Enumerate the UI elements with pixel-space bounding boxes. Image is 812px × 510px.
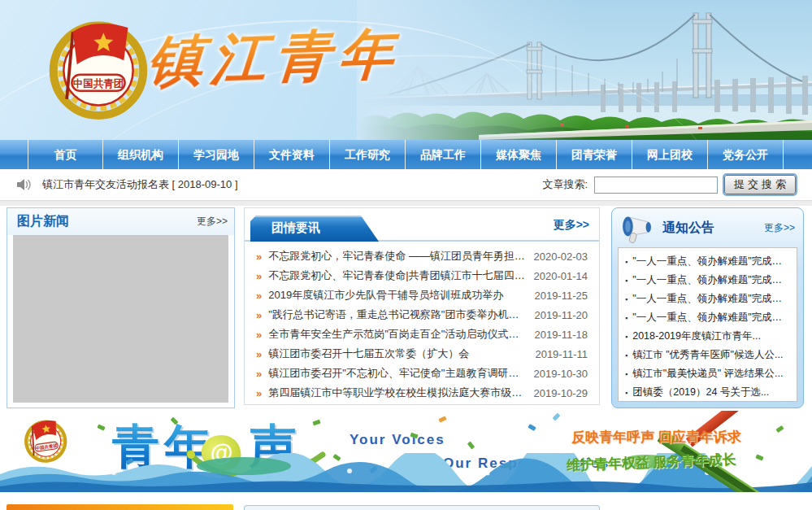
square-bullet-icon: ▪ — [625, 389, 627, 397]
article-search-input[interactable] — [594, 177, 718, 194]
nav-item-online-school[interactable]: 网上团校 — [632, 140, 708, 169]
notice-link[interactable]: "一人一重点、领办解难题"完成情... — [632, 255, 790, 268]
notice-item: ▪ "一人一重点、领办解难题"完成情... — [625, 252, 790, 271]
article-search-label: 文章搜索: — [542, 177, 588, 192]
square-bullet-icon: ▪ — [625, 258, 627, 266]
square-bullet-icon: ▪ — [625, 314, 627, 322]
news-title[interactable]: "践行总书记寄语，重走总书记视察路"团市委举办机关"... — [268, 307, 526, 322]
double-arrow-icon: » — [256, 290, 262, 302]
site-title: 镇江青年 — [145, 17, 404, 100]
double-arrow-icon: » — [256, 270, 262, 282]
news-item: » 镇江团市委召开"不忘初心、牢记使命"主题教育调研成果... 2019-10-… — [256, 364, 588, 383]
news-item: » 不忘跟党初心、牢记青春使命|共青团镇江市十七届四次全... 2020-01-… — [256, 266, 588, 286]
nav-item-brand-work[interactable]: 品牌工作 — [406, 140, 481, 169]
news-date: 2020-01-14 — [534, 270, 588, 282]
news-title[interactable]: 镇江团市委召开"不忘初心、牢记使命"主题教育调研成果... — [268, 366, 525, 381]
news-title[interactable]: 第四届镇江市中等职业学校在校生模拟法庭大赛市级决赛成... — [268, 386, 525, 400]
notice-link[interactable]: "一人一重点、领办解难题"完成情... — [632, 292, 790, 306]
news-date: 2019-11-18 — [534, 329, 588, 341]
confetti — [775, 425, 784, 433]
league-news-header: 团情要讯 更多>> — [245, 208, 599, 242]
notice-list-box: ▪ "一人一重点、领办解难题"完成情... ▪ "一人一重点、领办解难题"完成情… — [618, 247, 797, 402]
league-news-panel: 团情要讯 更多>> » 不忘跟党初心，牢记青春使命 ——镇江团员青年勇担重任..… — [244, 207, 600, 405]
nav-item-documents[interactable]: 文件资料 — [254, 140, 330, 169]
square-bullet-icon: ▪ — [625, 277, 627, 285]
nav-item-study[interactable]: 学习园地 — [179, 140, 254, 169]
notice-link[interactable]: "一人一重点、领办解难题"完成情... — [632, 311, 790, 325]
news-title[interactable]: 不忘跟党初心、牢记青春使命|共青团镇江市十七届四次全... — [268, 268, 525, 283]
megaphone-icon — [620, 214, 658, 245]
news-item: » 2019年度镇江市少先队骨干辅导员培训班成功举办 2019-11-25 — [256, 286, 588, 305]
nav-item-research[interactable]: 工作研究 — [330, 140, 406, 169]
news-date: 2019-10-29 — [534, 387, 588, 399]
ticker-headline-link[interactable]: 镇江市青年交友活动报名表 [ 2018-09-10 ] — [42, 177, 238, 192]
notice-item: ▪ 2018-2019年度镇江市青年... — [625, 327, 790, 346]
notice-link[interactable]: 镇江市 "优秀青年医师"候选人公... — [632, 348, 783, 362]
notice-list: ▪ "一人一重点、领办解难题"完成情... ▪ "一人一重点、领办解难题"完成情… — [619, 248, 797, 402]
league-news-list: » 不忘跟党初心，牢记青春使命 ——镇江团员青年勇担重任... 2020-02-… — [245, 242, 599, 403]
submit-search-button[interactable]: 提交搜索 — [724, 175, 796, 194]
double-arrow-icon: » — [256, 368, 262, 380]
double-arrow-icon: » — [256, 348, 262, 360]
notice-item: ▪ "一人一重点、领办解难题"完成情... — [625, 290, 790, 308]
notice-item: ▪ 镇江市 "优秀青年医师"候选人公... — [625, 346, 790, 364]
content-area: 图片新闻 更多>> 团情要讯 更多>> » 不忘跟党初心，牢记青春使命 ——镇江… — [0, 206, 812, 411]
league-news-more-link[interactable]: 更多>> — [554, 218, 589, 233]
square-bullet-icon: ▪ — [625, 351, 627, 360]
youth-league-emblem-icon: 中国共青团 — [42, 11, 154, 124]
double-arrow-icon: » — [256, 251, 262, 263]
youth-voice-banner[interactable]: 中国共青团 青年 @ 声 Your Voices Our Responsibil… — [0, 411, 812, 492]
photo-news-panel: 图片新闻 更多>> — [7, 207, 235, 408]
notice-panel: 通知公告 更多>> ▪ "一人一重点、领办解难题"完成情... ▪ "一人一重点… — [611, 207, 804, 408]
notice-link[interactable]: "一人一重点、领办解难题"完成情... — [632, 273, 790, 287]
voice-en-line1: Your Voices — [350, 432, 445, 448]
notice-link[interactable]: 2018-2019年度镇江市青年... — [632, 329, 761, 343]
news-item: » 不忘跟党初心，牢记青春使命 ——镇江团员青年勇担重任... 2020-02-… — [256, 246, 588, 266]
notice-item: ▪ "一人一重点、领办解难题"完成情... — [625, 308, 790, 327]
double-arrow-icon: » — [256, 309, 262, 321]
photo-news-more-link[interactable]: 更多>> — [197, 215, 228, 229]
speaker-icon — [16, 178, 33, 191]
confetti — [553, 413, 561, 421]
nav-item-media[interactable]: 媒体聚焦 — [481, 140, 557, 169]
emblem-text: 中国共青团 — [73, 78, 124, 89]
next-section-partial — [0, 492, 812, 510]
nav-item-honors[interactable]: 团青荣誉 — [557, 140, 632, 169]
news-item: » "践行总书记寄语，重走总书记视察路"团市委举办机关"... 2019-11-… — [256, 305, 588, 325]
news-date: 2019-11-25 — [534, 290, 588, 302]
section-divider — [0, 200, 812, 206]
nav-item-home[interactable]: 首页 — [28, 140, 103, 169]
notice-item: ▪ 团镇委（2019）24 号关于选... — [625, 383, 790, 402]
confetti — [312, 420, 320, 426]
slogan-orange: 反映青年呼声 回应青年诉求 — [571, 428, 741, 447]
notice-more-link[interactable]: 更多>> — [764, 221, 795, 235]
news-date: 2020-02-03 — [534, 251, 588, 263]
nav-item-organization[interactable]: 组织机构 — [103, 140, 179, 169]
news-title[interactable]: 镇江团市委召开十七届五次常委（扩大）会 — [268, 347, 527, 361]
notice-link[interactable]: 团镇委（2019）24 号关于选... — [632, 386, 769, 399]
confetti — [528, 424, 536, 431]
double-arrow-icon: » — [256, 387, 262, 399]
nav-item-party-affairs[interactable]: 党务公开 — [708, 140, 784, 169]
league-news-tab[interactable]: 团情要讯 — [250, 216, 379, 242]
confetti — [97, 424, 105, 430]
confetti — [438, 416, 446, 422]
news-item: » 第四届镇江市中等职业学校在校生模拟法庭大赛市级决赛成... 2019-10-… — [256, 383, 588, 403]
zhenjiang-youth-homepage: 中国共青团 镇江青年 首页 组织机构 学习园地 文件资料 工作研究 品牌工作 媒… — [0, 0, 812, 510]
notice-item: ▪ "一人一重点、领办解难题"完成情... — [625, 271, 790, 290]
photo-news-image[interactable] — [13, 235, 228, 403]
notice-item: ▪ 镇江市"最美快递员" 评选结果公... — [625, 364, 790, 383]
next-section-orange-bar — [7, 504, 233, 510]
notice-title: 通知公告 — [662, 220, 714, 237]
notice-link[interactable]: 镇江市"最美快递员" 评选结果公... — [632, 367, 783, 381]
news-date: 2019-11-11 — [535, 348, 588, 360]
confetti — [467, 441, 475, 449]
news-date: 2019-11-20 — [534, 309, 588, 321]
photo-news-header: 图片新闻 更多>> — [7, 208, 234, 235]
news-title[interactable]: 2019年度镇江市少先队骨干辅导员培训班成功举办 — [268, 288, 526, 303]
next-section-blue-bar — [244, 505, 600, 510]
news-title[interactable]: 不忘跟党初心，牢记青春使命 ——镇江团员青年勇担重任... — [268, 249, 525, 264]
news-item: » 全市青年安全生产示范岗"百岗走百企"活动启动仪式暨镇... 2019-11-… — [256, 325, 588, 344]
news-title[interactable]: 全市青年安全生产示范岗"百岗走百企"活动启动仪式暨镇... — [268, 327, 526, 342]
square-bullet-icon: ▪ — [625, 370, 627, 378]
